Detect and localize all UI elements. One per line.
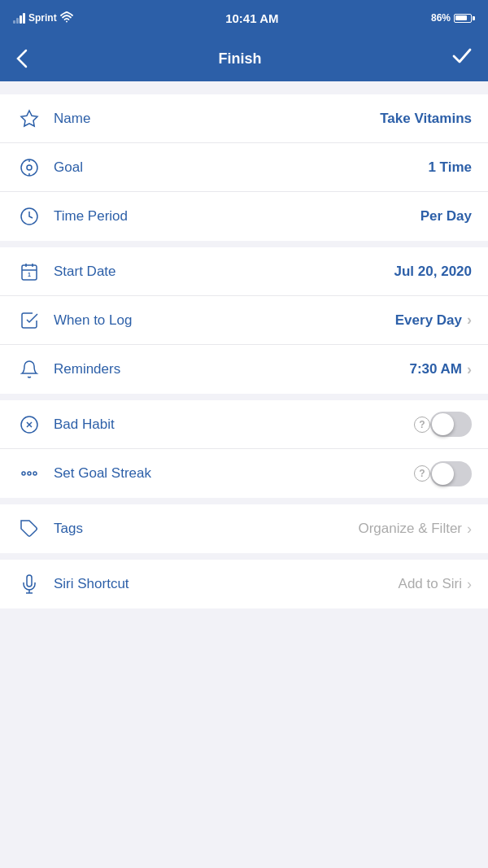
row-bad-habit[interactable]: Bad Habit ? bbox=[0, 400, 488, 449]
when-to-log-chevron: › bbox=[467, 312, 472, 329]
when-to-log-value: Every Day › bbox=[395, 312, 472, 329]
group-tags: Tags Organize & Filter › bbox=[0, 504, 488, 553]
bad-habit-label: Bad Habit bbox=[54, 417, 409, 433]
nav-bar: Finish bbox=[0, 36, 488, 81]
siri-shortcut-value: Add to Siri › bbox=[399, 576, 472, 593]
content: Name Take Vitamins Goal 1 Time bbox=[0, 81, 488, 628]
row-goal[interactable]: Goal 1 Time bbox=[0, 143, 488, 192]
bad-habit-toggle-knob bbox=[432, 413, 454, 435]
nav-title: Finish bbox=[219, 50, 262, 68]
row-tags[interactable]: Tags Organize & Filter › bbox=[0, 504, 488, 553]
status-left: Sprint bbox=[13, 11, 73, 25]
group-main-settings: Name Take Vitamins Goal 1 Time bbox=[0, 94, 488, 241]
reminders-icon bbox=[16, 356, 42, 382]
bad-habit-icon bbox=[16, 412, 42, 438]
tags-chevron: › bbox=[467, 521, 472, 538]
row-time-period[interactable]: Time Period Per Day bbox=[0, 192, 488, 241]
time-period-value: Per Day bbox=[420, 208, 472, 225]
siri-shortcut-icon bbox=[16, 571, 42, 597]
start-date-value: Jul 20, 2020 bbox=[394, 264, 472, 280]
siri-shortcut-label: Siri Shortcut bbox=[54, 576, 399, 592]
battery-percent: 86% bbox=[431, 12, 451, 24]
status-right: 86% bbox=[431, 12, 475, 24]
bad-habit-help-icon[interactable]: ? bbox=[414, 417, 430, 433]
group-schedule: 1 Start Date Jul 20, 2020 When to Log Ev… bbox=[0, 247, 488, 394]
svg-point-0 bbox=[66, 20, 68, 22]
row-set-goal-streak[interactable]: Set Goal Streak ? bbox=[0, 449, 488, 498]
bad-habit-label-wrap: Bad Habit ? bbox=[54, 417, 430, 433]
svg-point-16 bbox=[28, 472, 31, 475]
row-when-to-log[interactable]: When to Log Every Day › bbox=[0, 296, 488, 345]
set-goal-streak-label-wrap: Set Goal Streak ? bbox=[54, 465, 430, 482]
group-siri: Siri Shortcut Add to Siri › bbox=[0, 560, 488, 608]
start-date-icon: 1 bbox=[16, 259, 42, 285]
reminders-value: 7:30 AM › bbox=[409, 361, 472, 378]
row-name[interactable]: Name Take Vitamins bbox=[0, 94, 488, 143]
goal-icon bbox=[16, 155, 42, 181]
name-label: Name bbox=[54, 111, 380, 127]
wifi-icon bbox=[60, 11, 73, 25]
set-goal-streak-toggle[interactable] bbox=[430, 461, 472, 486]
goal-value: 1 Time bbox=[428, 159, 472, 176]
reminders-chevron: › bbox=[467, 361, 472, 378]
name-value: Take Vitamins bbox=[380, 111, 472, 127]
start-date-label: Start Date bbox=[54, 264, 394, 280]
battery-icon bbox=[454, 14, 475, 23]
when-to-log-label: When to Log bbox=[54, 312, 395, 329]
name-icon bbox=[16, 106, 42, 132]
goal-label: Goal bbox=[54, 159, 428, 176]
tags-icon bbox=[16, 516, 42, 542]
check-button[interactable] bbox=[452, 48, 472, 69]
time-period-label: Time Period bbox=[54, 208, 420, 225]
set-goal-streak-label: Set Goal Streak bbox=[54, 465, 409, 482]
status-time: 10:41 AM bbox=[225, 11, 278, 25]
tags-label: Tags bbox=[54, 521, 358, 537]
when-to-log-icon bbox=[16, 308, 42, 334]
time-period-icon bbox=[16, 203, 42, 229]
status-bar: Sprint 10:41 AM 86% bbox=[0, 0, 488, 36]
signal-bars-icon bbox=[13, 12, 25, 24]
carrier-label: Sprint bbox=[28, 12, 57, 24]
set-goal-streak-help-icon[interactable]: ? bbox=[414, 465, 430, 482]
reminders-label: Reminders bbox=[54, 361, 409, 377]
row-reminders[interactable]: Reminders 7:30 AM › bbox=[0, 345, 488, 394]
siri-shortcut-chevron: › bbox=[467, 576, 472, 593]
set-goal-streak-icon bbox=[16, 460, 42, 486]
svg-marker-1 bbox=[21, 111, 37, 126]
svg-point-15 bbox=[22, 472, 25, 475]
back-button[interactable] bbox=[16, 49, 28, 68]
bad-habit-toggle[interactable] bbox=[430, 412, 472, 437]
tags-value: Organize & Filter › bbox=[358, 521, 472, 538]
row-start-date[interactable]: 1 Start Date Jul 20, 2020 bbox=[0, 247, 488, 296]
set-goal-streak-toggle-knob bbox=[432, 463, 454, 485]
svg-text:1: 1 bbox=[28, 272, 31, 277]
group-toggles: Bad Habit ? Set Goal Streak ? bbox=[0, 400, 488, 498]
row-siri-shortcut[interactable]: Siri Shortcut Add to Siri › bbox=[0, 560, 488, 608]
svg-point-17 bbox=[33, 472, 37, 475]
svg-point-3 bbox=[27, 165, 32, 170]
